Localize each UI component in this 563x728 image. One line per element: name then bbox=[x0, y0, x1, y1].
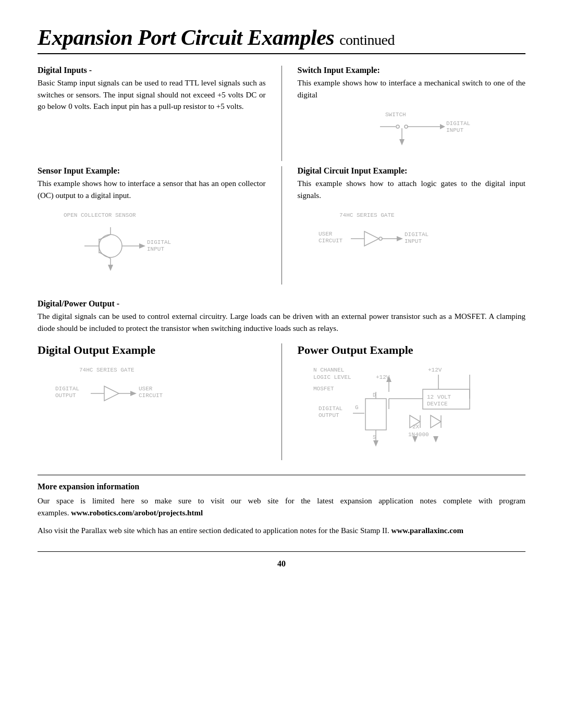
digital-output-diagram: 74HC SERIES GATE DIGITAL OUTPUT USER CIR… bbox=[48, 363, 266, 417]
power-output-col: Power Output Example N CHANNEL LOGIC LEV… bbox=[282, 343, 526, 460]
switch-diagram-svg: SWITCH DIGITAL INPUT bbox=[344, 108, 489, 155]
svg-text:OUTPUT: OUTPUT bbox=[319, 412, 339, 418]
website-link2[interactable]: www.parallaxinc.com bbox=[391, 526, 463, 535]
svg-marker-38 bbox=[104, 386, 119, 401]
digital-output-heading: Digital Output Example bbox=[38, 343, 266, 357]
footer-divider bbox=[38, 551, 525, 552]
digital-inputs-heading: Digital Inputs - bbox=[38, 66, 266, 75]
digital-power-section: Digital/Power Output - The digital signa… bbox=[38, 299, 525, 334]
output-examples: Digital Output Example 74HC SERIES GATE … bbox=[38, 343, 525, 460]
svg-rect-54 bbox=[365, 399, 386, 430]
svg-text:INPUT: INPUT bbox=[405, 238, 422, 244]
sensor-col: Sensor Input Example: This example shows… bbox=[38, 166, 282, 285]
svg-text:74HC SERIES GATE: 74HC SERIES GATE bbox=[339, 212, 395, 218]
right-col-switch: Switch Input Example: This example shows… bbox=[282, 66, 526, 161]
digital-inputs-body: Basic Stamp input signals can be used to… bbox=[38, 77, 266, 113]
svg-marker-10 bbox=[399, 139, 405, 145]
sensor-input-body: This example shows how to interface a se… bbox=[38, 178, 266, 201]
switch-input-heading: Switch Input Example: bbox=[298, 66, 526, 75]
digital-power-body: The digital signals can be used to contr… bbox=[38, 311, 525, 334]
svg-marker-40 bbox=[130, 391, 137, 396]
svg-text:CIRCUIT: CIRCUIT bbox=[319, 238, 343, 244]
more-info-heading: More expansion information bbox=[38, 480, 525, 493]
sensor-diagram: OPEN COLLECTOR SENSOR DIGITAL INPUT bbox=[48, 208, 266, 278]
svg-marker-21 bbox=[139, 243, 145, 249]
website-link1[interactable]: www.robotics.com/arobot/projects.html bbox=[71, 509, 203, 517]
sensor-input-heading: Sensor Input Example: bbox=[38, 166, 266, 176]
digital-circuit-col: Digital Circuit Input Example: This exam… bbox=[282, 166, 526, 285]
svg-text:DIGITAL: DIGITAL bbox=[405, 231, 429, 238]
power-output-heading: Power Output Example bbox=[298, 343, 526, 357]
title-divider bbox=[38, 53, 525, 54]
svg-marker-72 bbox=[431, 415, 441, 428]
digital-output-col: Digital Output Example 74HC SERIES GATE … bbox=[38, 343, 282, 460]
svg-text:D: D bbox=[373, 392, 376, 398]
svg-text:LOGIC LEVEL: LOGIC LEVEL bbox=[313, 374, 351, 380]
svg-text:12 VOLT: 12 VOLT bbox=[427, 394, 451, 400]
svg-text:N CHANNEL: N CHANNEL bbox=[313, 367, 344, 373]
svg-marker-19 bbox=[108, 265, 113, 271]
switch-diagram: SWITCH DIGITAL INPUT bbox=[308, 108, 526, 155]
gate-diagram: 74HC SERIES GATE USER CIRCUIT DIGITAL IN… bbox=[308, 208, 526, 263]
footer-section: More expansion information Our space is … bbox=[38, 480, 525, 537]
more-info-body1: Our space is limited here so make sure t… bbox=[38, 495, 525, 519]
svg-line-17 bbox=[99, 252, 111, 258]
digital-circuit-body: This example shows how to attach logic g… bbox=[298, 178, 526, 201]
top-two-col: Digital Inputs - Basic Stamp input signa… bbox=[38, 66, 525, 161]
svg-text:1N4000: 1N4000 bbox=[408, 431, 429, 438]
svg-text:G: G bbox=[355, 404, 359, 411]
svg-text:OUTPUT: OUTPUT bbox=[55, 392, 76, 399]
bottom-divider bbox=[38, 475, 525, 475]
svg-line-15 bbox=[99, 235, 111, 240]
svg-text:SWITCH: SWITCH bbox=[385, 112, 406, 118]
title-continued: continued bbox=[339, 32, 395, 48]
digital-circuit-heading: Digital Circuit Input Example: bbox=[298, 166, 526, 176]
svg-text:INPUT: INPUT bbox=[446, 127, 463, 133]
svg-text:MOSFET: MOSFET bbox=[313, 386, 334, 392]
power-output-diagram: N CHANNEL LOGIC LEVEL MOSFET +12V +12V D… bbox=[308, 363, 526, 454]
more-info-body2: Also visit the Parallax web site which h… bbox=[38, 525, 525, 537]
svg-text:INPUT: INPUT bbox=[147, 246, 164, 252]
svg-text:DEVICE: DEVICE bbox=[427, 401, 448, 407]
digital-output-svg: 74HC SERIES GATE DIGITAL OUTPUT USER CIR… bbox=[48, 363, 204, 415]
mid-two-col: Sensor Input Example: This example shows… bbox=[38, 166, 525, 285]
sensor-diagram-svg: OPEN COLLECTOR SENSOR DIGITAL INPUT bbox=[48, 208, 204, 276]
svg-marker-74 bbox=[412, 436, 418, 442]
power-output-svg: N CHANNEL LOGIC LEVEL MOSFET +12V +12V D… bbox=[308, 363, 485, 452]
svg-text:USER: USER bbox=[139, 386, 153, 392]
svg-marker-59 bbox=[373, 440, 378, 447]
svg-point-3 bbox=[405, 125, 408, 128]
svg-marker-75 bbox=[433, 436, 438, 442]
left-col: Digital Inputs - Basic Stamp input signa… bbox=[38, 66, 282, 161]
svg-text:USER: USER bbox=[319, 231, 333, 237]
svg-marker-28 bbox=[364, 231, 379, 246]
svg-text:DIGITAL: DIGITAL bbox=[147, 239, 171, 245]
svg-text:DIGITAL: DIGITAL bbox=[319, 405, 342, 412]
svg-text:+12V: +12V bbox=[428, 367, 442, 373]
svg-marker-31 bbox=[397, 236, 403, 241]
svg-text:2X: 2X bbox=[412, 424, 420, 430]
svg-text:DIGITAL: DIGITAL bbox=[55, 386, 79, 392]
svg-text:74HC SERIES GATE: 74HC SERIES GATE bbox=[79, 367, 134, 373]
svg-text:DIGITAL: DIGITAL bbox=[446, 120, 470, 127]
svg-point-2 bbox=[396, 125, 399, 128]
svg-text:CIRCUIT: CIRCUIT bbox=[139, 392, 163, 399]
digital-power-heading: Digital/Power Output - bbox=[38, 299, 525, 309]
switch-input-body: This example shows how to interface a me… bbox=[298, 77, 526, 101]
svg-marker-6 bbox=[440, 124, 445, 129]
svg-text:OPEN COLLECTOR SENSOR: OPEN COLLECTOR SENSOR bbox=[64, 212, 136, 218]
gate-diagram-svg: 74HC SERIES GATE USER CIRCUIT DIGITAL IN… bbox=[308, 208, 464, 261]
title-text: Expansion Port Circuit Examples bbox=[38, 26, 334, 50]
page-number: 40 bbox=[38, 559, 525, 569]
svg-text:S: S bbox=[373, 435, 376, 440]
page-title: Expansion Port Circuit Examples continue… bbox=[38, 25, 525, 54]
